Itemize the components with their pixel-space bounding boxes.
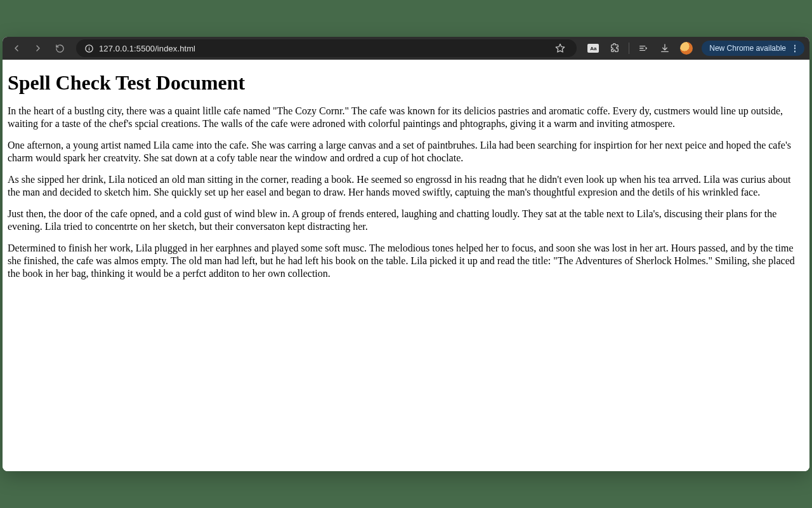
page-title: Spell Check Test Document <box>8 71 804 95</box>
site-info-icon[interactable] <box>84 43 94 53</box>
reader-mode-icon[interactable]: Aa <box>584 39 602 57</box>
paragraph: Determined to finish her work, Lila plug… <box>8 242 804 280</box>
downloads-icon[interactable] <box>656 39 674 57</box>
paragraph: Just then, the door of the cafe opned, a… <box>8 208 804 233</box>
address-bar[interactable]: 127.0.0.1:5500/index.html <box>76 39 577 57</box>
toolbar-right: Aa New Chrome available ⋮ <box>584 39 804 57</box>
profile-avatar-icon[interactable] <box>678 39 695 57</box>
media-controls-icon[interactable] <box>634 39 652 57</box>
extensions-icon[interactable] <box>606 39 624 57</box>
paragraph: In the heart of a bustlng city, there wa… <box>8 105 804 130</box>
bookmark-star-icon[interactable] <box>551 39 569 57</box>
chrome-update-label: New Chrome available <box>709 44 786 53</box>
chrome-update-chip[interactable]: New Chrome available ⋮ <box>702 41 804 56</box>
kebab-menu-icon[interactable]: ⋮ <box>790 44 799 53</box>
svg-marker-3 <box>556 44 565 52</box>
paragraph: One afternon, a young artist named Lila … <box>8 139 804 164</box>
page-content: Spell Check Test Document In the heart o… <box>3 60 809 471</box>
browser-toolbar: 127.0.0.1:5500/index.html Aa <box>3 37 809 60</box>
url-text: 127.0.0.1:5500/index.html <box>99 44 195 53</box>
paragraph: As she sipped her drink, Lila noticed an… <box>8 173 804 199</box>
toolbar-divider <box>629 43 629 54</box>
forward-button[interactable] <box>29 39 47 57</box>
browser-window: 127.0.0.1:5500/index.html Aa <box>3 37 809 471</box>
reload-button[interactable] <box>51 39 69 57</box>
back-button[interactable] <box>8 39 25 57</box>
